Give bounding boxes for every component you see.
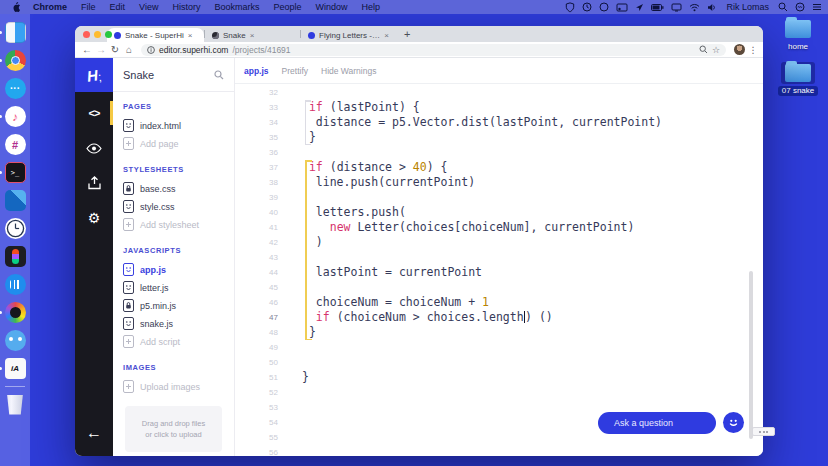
status-icon-shield[interactable] [565, 2, 575, 13]
bookmark-star-icon[interactable]: ☆ [712, 45, 720, 55]
status-icon-volume[interactable] [707, 3, 717, 12]
forward-button[interactable]: → [94, 42, 108, 58]
file-item-base-css[interactable]: base.css [123, 180, 234, 198]
dock-item-chrome[interactable] [5, 50, 26, 71]
editor-back-button[interactable]: ← [75, 424, 113, 442]
file-item-app-js[interactable]: app.js [123, 261, 234, 279]
code-scrollbar[interactable] [749, 271, 753, 439]
file-item-index-html[interactable]: index.html [123, 117, 234, 135]
file-item-p5-min-js[interactable]: p5.min.js [123, 297, 234, 315]
code-line[interactable]: 56 [235, 445, 763, 456]
code-line[interactable]: 40 letters.push( [235, 205, 763, 220]
dock-item-finder[interactable] [5, 22, 26, 43]
status-icon-spotlight[interactable] [778, 2, 788, 12]
menu-item-people[interactable]: People [266, 0, 308, 14]
add-item-add-script[interactable]: Add script [123, 333, 234, 351]
chat-smiley-button[interactable] [723, 412, 744, 433]
code-line[interactable]: 47 if (choiceNum > choices.length) () [235, 310, 763, 325]
dock-item-slack[interactable]: # [5, 134, 26, 155]
file-dropzone[interactable]: Drag and drop files or click to upload [125, 406, 222, 452]
superhi-logo[interactable]: H; [75, 58, 113, 92]
zoom-icon[interactable] [699, 45, 708, 54]
dock-item-trash[interactable] [5, 394, 26, 415]
apple-menu-icon[interactable] [6, 2, 26, 12]
dock-item-vscode[interactable] [5, 190, 26, 211]
code-line[interactable]: 49 [235, 340, 763, 355]
add-item-upload-images[interactable]: Upload images [123, 378, 234, 396]
status-icon-battery[interactable] [651, 4, 664, 11]
code-line[interactable]: 35 } [235, 130, 763, 145]
tab-close-icon[interactable]: × [384, 31, 389, 40]
status-icon-wifi[interactable] [689, 3, 700, 12]
search-icon[interactable] [214, 70, 224, 80]
code-line[interactable]: 50 [235, 355, 763, 370]
dock-item-ia-writer[interactable]: iA [5, 358, 26, 379]
menu-item-edit[interactable]: Edit [103, 0, 133, 14]
browser-tab[interactable]: Snake - SuperHi× [107, 28, 204, 42]
menu-item-history[interactable]: History [165, 0, 207, 14]
code-line[interactable]: 52 [235, 385, 763, 400]
site-info-icon[interactable] [147, 46, 155, 54]
code-line[interactable]: 39 [235, 190, 763, 205]
dock-item-screenflow[interactable] [5, 302, 26, 323]
tab-close-icon[interactable]: × [250, 31, 255, 40]
dock-item-clock[interactable] [5, 218, 26, 239]
status-icon-screen-mirror[interactable] [616, 3, 628, 12]
dock-item-figma[interactable] [5, 246, 26, 267]
profile-avatar[interactable] [734, 44, 745, 55]
back-button[interactable]: ← [80, 42, 94, 58]
reload-button[interactable]: ↻ [108, 42, 122, 58]
code-line[interactable]: 32 [235, 85, 763, 100]
menu-item-view[interactable]: View [132, 0, 165, 14]
close-window-button[interactable] [83, 31, 90, 38]
publish-icon[interactable] [84, 174, 104, 192]
address-bar[interactable]: editor.superhi.com/projects/41691 ☆ [141, 44, 726, 56]
code-view-icon[interactable]: <> [84, 104, 104, 122]
preview-eye-icon[interactable] [84, 139, 104, 157]
add-item-add-page[interactable]: Add page [123, 135, 234, 153]
desktop-folder-home[interactable]: home [781, 18, 815, 52]
code-pane[interactable]: 3233 if (lastPoint) {34 distance = p5.Ve… [235, 85, 763, 456]
prettify-button[interactable]: Prettify [282, 66, 308, 76]
menubar-username[interactable]: Rik Lomas [724, 2, 771, 12]
open-file-tab[interactable]: app.js [244, 66, 269, 76]
code-line[interactable]: 48 } [235, 325, 763, 340]
status-icon-siri[interactable] [795, 2, 805, 12]
desktop-folder-07-snake[interactable]: 07 snake [778, 62, 818, 96]
dock-item-twitter[interactable] [5, 330, 26, 351]
menu-item-file[interactable]: File [74, 0, 103, 14]
status-icon-clock[interactable] [582, 2, 592, 12]
menu-item-bookmarks[interactable]: Bookmarks [207, 0, 266, 14]
menu-item-help[interactable]: Help [354, 0, 387, 14]
status-icon-location[interactable] [635, 3, 644, 12]
status-icon-notification-center[interactable] [812, 3, 822, 11]
code-line[interactable]: 43 [235, 250, 763, 265]
home-button[interactable]: ⌂ [122, 42, 136, 58]
code-line[interactable]: 46 choiceNum = choiceNum + 1 [235, 295, 763, 310]
browser-menu-icon[interactable]: ⋮ [748, 45, 758, 55]
zoom-window-button[interactable] [105, 31, 112, 38]
menu-item-chrome[interactable]: Chrome [26, 0, 74, 14]
dock-item-music[interactable]: ♪ [5, 106, 26, 127]
code-line[interactable]: 33 if (lastPoint) { [235, 100, 763, 115]
add-item-add-stylesheet[interactable]: Add stylesheet [123, 216, 234, 234]
minimize-window-button[interactable] [94, 31, 101, 38]
dock-item-intercom[interactable] [5, 274, 26, 295]
code-line[interactable]: 45 [235, 280, 763, 295]
code-line[interactable]: 44 lastPoint = currentPoint [235, 265, 763, 280]
file-item-snake-js[interactable]: snake.js [123, 315, 234, 333]
code-line[interactable]: 36 [235, 145, 763, 160]
code-line[interactable]: 41 new Letter(choices[choiceNum], curren… [235, 220, 763, 235]
ask-question-button[interactable]: Ask a question [598, 412, 716, 434]
hide-warnings-button[interactable]: Hide Warnings [321, 66, 376, 76]
code-line[interactable]: 38 line.push(currentPoint) [235, 175, 763, 190]
file-item-style-css[interactable]: style.css [123, 198, 234, 216]
settings-gear-icon[interactable]: ⚙ [84, 209, 104, 227]
new-tab-button[interactable]: + [404, 27, 410, 41]
code-line[interactable]: 42 ) [235, 235, 763, 250]
dock-item-terminal[interactable]: >_ [5, 162, 26, 183]
code-line[interactable]: 34 distance = p5.Vector.dist(lastPoint, … [235, 115, 763, 130]
browser-tab[interactable]: Flying Letters - SuperHi× [301, 28, 396, 42]
dock-item-messages[interactable]: ··· [5, 78, 26, 99]
status-icon-display[interactable] [671, 3, 682, 12]
